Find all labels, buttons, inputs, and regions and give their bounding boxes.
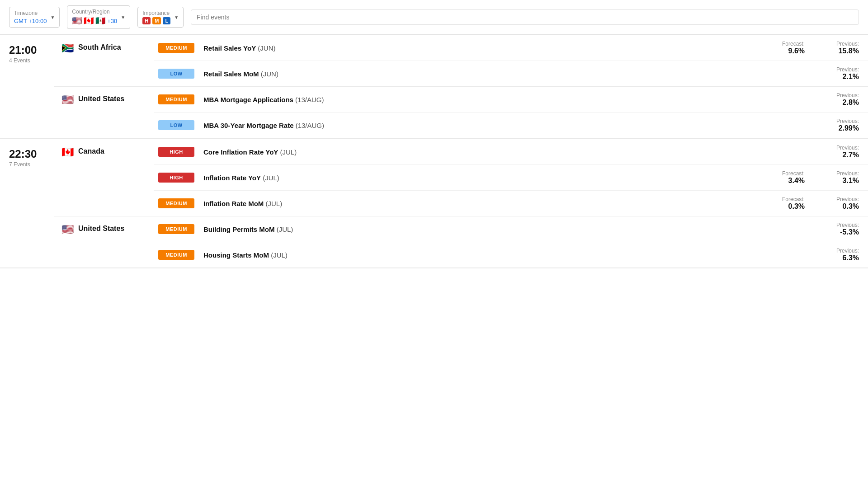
country-flag: 🇺🇸 [61, 95, 74, 105]
importance-badge: HIGH [158, 173, 194, 183]
previous-label: Previous: [814, 118, 859, 124]
previous-label: Previous: [814, 41, 859, 47]
events-column: 🇨🇦 Canada HIGH Core Inflation Rate YoY (… [54, 139, 868, 267]
event-name-text: Retail Sales MoM [203, 70, 259, 78]
event-name-text: Building Permits MoM [203, 225, 275, 233]
previous-label: Previous: [814, 92, 859, 99]
time-group-row: 21:00 4 Events 🇿🇦 South Africa MEDIUM Re… [0, 35, 868, 138]
country-region-filter[interactable]: Country/Region 🇺🇸 🇨🇦 🇲🇽 +38 ▼ [67, 5, 130, 29]
forecast-label: Forecast: [760, 196, 805, 202]
event-name[interactable]: Inflation Rate YoY (JUL) [203, 174, 750, 182]
event-name-text: Core Inflation Rate YoY [203, 148, 278, 156]
event-name[interactable]: Retail Sales YoY (JUN) [203, 44, 750, 52]
forecast-col: Forecast: 3.4% [760, 170, 805, 185]
previous-col: Previous: 2.7% [814, 145, 859, 159]
table-row: HIGH Core Inflation Rate YoY (JUL) Previ… [154, 139, 868, 165]
importance-badge: MEDIUM [158, 94, 194, 104]
previous-value: 2.1% [814, 73, 859, 81]
event-name[interactable]: MBA 30-Year Mortgage Rate (13/AUG) [203, 122, 750, 129]
previous-col: Previous: 2.1% [814, 66, 859, 81]
event-rows: MEDIUM Building Permits MoM (JUL) Previo… [154, 216, 868, 267]
previous-value: 2.8% [814, 99, 859, 107]
event-name[interactable]: Building Permits MoM (JUL) [203, 225, 750, 233]
event-name[interactable]: Retail Sales MoM (JUN) [203, 70, 750, 78]
time-value: 21:00 [9, 44, 45, 56]
table-row: HIGH Inflation Rate YoY (JUL) Forecast: … [154, 165, 868, 191]
event-period: (JUL) [266, 200, 283, 207]
time-value: 22:30 [9, 148, 45, 160]
previous-label: Previous: [814, 66, 859, 73]
country-block-south-africa: 🇿🇦 South Africa MEDIUM Retail Sales YoY … [54, 35, 868, 86]
event-name[interactable]: Housing Starts MoM (JUL) [203, 251, 750, 259]
country-name: South Africa [78, 43, 121, 52]
previous-value: 0.3% [814, 202, 859, 211]
importance-badge: MEDIUM [158, 198, 194, 208]
importance-low-badge: L [163, 17, 170, 24]
forecast-col: Forecast: 0.3% [760, 196, 805, 211]
importance-badge: MEDIUM [158, 250, 194, 260]
table-row: MEDIUM Retail Sales YoY (JUN) Forecast: … [154, 35, 868, 61]
previous-col: Previous: 2.8% [814, 92, 859, 107]
event-name-text: MBA 30-Year Mortgage Rate [203, 122, 294, 129]
country-flag: 🇨🇦 [61, 147, 74, 157]
event-name[interactable]: MBA Mortgage Applications (13/AUG) [203, 96, 750, 103]
event-name[interactable]: Inflation Rate MoM (JUL) [203, 200, 750, 207]
event-rows: HIGH Core Inflation Rate YoY (JUL) Previ… [154, 139, 868, 216]
event-period: (JUN) [258, 44, 275, 52]
event-name-text: Inflation Rate YoY [203, 174, 261, 182]
country-name: United States [78, 95, 124, 103]
events-table: 21:00 4 Events 🇿🇦 South Africa MEDIUM Re… [0, 35, 868, 268]
country-flag: 🇺🇸 [61, 225, 74, 235]
previous-value: 2.99% [814, 124, 859, 132]
importance-chevron: ▼ [174, 15, 179, 20]
previous-value: -5.3% [814, 228, 859, 236]
previous-col: Previous: 0.3% [814, 196, 859, 211]
previous-label: Previous: [814, 248, 859, 254]
timezone-filter[interactable]: Timezone GMT +10:00 ▼ [9, 7, 60, 28]
time-group-row: 22:30 7 Events 🇨🇦 Canada HIGH Core Infla… [0, 139, 868, 267]
country-count: +38 [107, 18, 117, 24]
country-column: 🇺🇸 United States [54, 216, 154, 267]
event-period: (JUL) [277, 225, 293, 233]
importance-badge: MEDIUM [158, 224, 194, 234]
timezone-label: Timezone [14, 10, 47, 16]
event-period: (13/AUG) [295, 96, 324, 103]
table-row: MEDIUM MBA Mortgage Applications (13/AUG… [154, 87, 868, 113]
country-label: Country/Region [72, 9, 117, 15]
importance-badge: HIGH [158, 147, 194, 157]
event-name-text: Inflation Rate MoM [203, 200, 264, 207]
search-input[interactable] [191, 9, 859, 25]
previous-label: Previous: [814, 196, 859, 202]
country-name: United States [78, 225, 124, 233]
previous-label: Previous: [814, 170, 859, 177]
filter-bar: Timezone GMT +10:00 ▼ Country/Region 🇺🇸 … [0, 0, 868, 35]
country-flag: 🇿🇦 [61, 43, 74, 53]
previous-col: Previous: 2.99% [814, 118, 859, 132]
table-row: MEDIUM Inflation Rate MoM (JUL) Forecast… [154, 191, 868, 216]
previous-col: Previous: 3.1% [814, 170, 859, 185]
event-name-text: Housing Starts MoM [203, 251, 269, 259]
previous-col: Previous: 6.3% [814, 248, 859, 262]
timezone-value: GMT +10:00 [14, 18, 47, 24]
previous-value: 2.7% [814, 151, 859, 159]
event-period: (JUL) [263, 174, 279, 182]
event-rows: MEDIUM Retail Sales YoY (JUN) Forecast: … [154, 35, 868, 86]
event-period: (JUN) [261, 70, 278, 78]
forecast-label: Forecast: [760, 170, 805, 177]
previous-col: Previous: -5.3% [814, 222, 859, 236]
country-chevron: ▼ [121, 15, 125, 20]
table-row: LOW MBA 30-Year Mortgage Rate (13/AUG) P… [154, 113, 868, 138]
importance-badge: LOW [158, 69, 194, 79]
forecast-value: 0.3% [760, 202, 805, 211]
previous-label: Previous: [814, 222, 859, 228]
events-count: 4 Events [9, 57, 45, 64]
forecast-label: Forecast: [760, 41, 805, 47]
importance-filter[interactable]: Importance H M L ▼ [137, 7, 184, 28]
event-rows: MEDIUM MBA Mortgage Applications (13/AUG… [154, 87, 868, 138]
importance-medium-badge: M [152, 17, 161, 24]
table-row: LOW Retail Sales MoM (JUN) Previous: 2.1… [154, 61, 868, 86]
previous-col: Previous: 15.8% [814, 41, 859, 55]
event-name[interactable]: Core Inflation Rate YoY (JUL) [203, 148, 750, 156]
event-period: (13/AUG) [296, 122, 324, 129]
country-column: 🇨🇦 Canada [54, 139, 154, 216]
